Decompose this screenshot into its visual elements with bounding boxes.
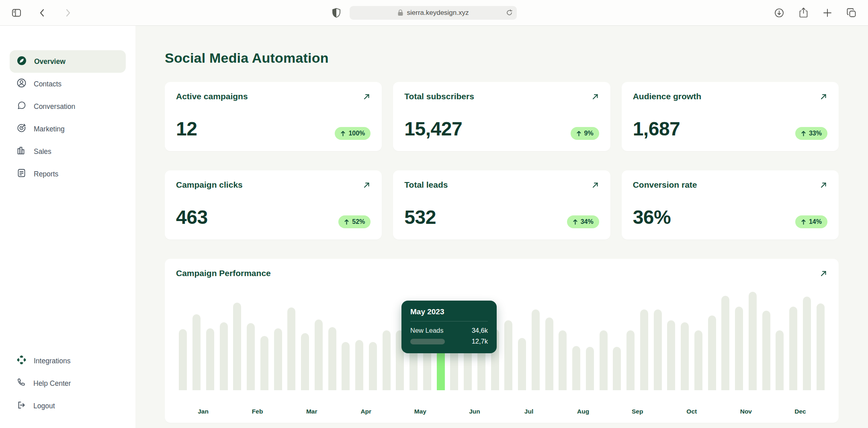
stat-value: 15,427 xyxy=(404,118,462,140)
chart-bar[interactable] xyxy=(220,322,228,390)
month-label: Oct xyxy=(665,408,719,415)
chart-bar[interactable] xyxy=(667,320,675,390)
stat-label: Total leads xyxy=(404,180,448,190)
back-icon[interactable] xyxy=(36,7,48,19)
stat-value: 1,687 xyxy=(633,118,680,140)
chart-bar[interactable] xyxy=(301,333,309,390)
sidebar-item-sales[interactable]: Sales xyxy=(10,140,126,163)
chart-bar[interactable] xyxy=(328,327,336,390)
phone-icon xyxy=(16,378,26,389)
chart-bar[interactable] xyxy=(287,307,295,390)
page-title: Social Media Automation xyxy=(165,50,839,66)
chart-bar[interactable] xyxy=(206,328,214,390)
chart-bar[interactable] xyxy=(192,314,201,390)
chart-bar[interactable] xyxy=(803,297,811,390)
chart-bar[interactable] xyxy=(518,338,526,390)
sidebar-item-overview[interactable]: Overview xyxy=(10,50,126,73)
sidebar-item-marketing[interactable]: Marketing xyxy=(10,118,126,140)
chart-bar[interactable] xyxy=(504,320,512,390)
month-bars xyxy=(502,292,556,390)
chart-bar[interactable] xyxy=(247,323,255,390)
stat-label: Audience growth xyxy=(633,92,701,101)
tab-overview-icon[interactable] xyxy=(845,7,858,19)
chart-bar[interactable] xyxy=(613,347,621,390)
chart-bar[interactable] xyxy=(626,330,635,390)
sidebar-item-label: Logout xyxy=(33,402,55,410)
expand-arrow-icon[interactable] xyxy=(592,181,599,189)
chat-icon xyxy=(16,100,27,113)
chart-bar[interactable] xyxy=(749,292,757,390)
chart-bar[interactable] xyxy=(708,315,716,390)
month-label: May xyxy=(393,408,447,415)
stat-card-active-campaigns: Active campaigns 12 100% xyxy=(165,82,382,151)
chart-bar[interactable] xyxy=(545,317,553,390)
chart-bar[interactable] xyxy=(274,328,282,390)
chart-bar[interactable] xyxy=(369,342,377,390)
stat-card-conversion-rate: Conversion rate 36% 14% xyxy=(622,170,839,240)
chart-bar[interactable] xyxy=(762,311,770,390)
stat-label: Campaign clicks xyxy=(176,180,243,190)
expand-arrow-icon[interactable] xyxy=(592,93,599,100)
downloads-icon[interactable] xyxy=(773,7,785,19)
sidebar-item-integrations[interactable]: Integrations xyxy=(10,350,126,372)
expand-arrow-icon[interactable] xyxy=(820,181,827,189)
sidebar-toggle-icon[interactable] xyxy=(10,7,23,19)
sidebar-item-help-center[interactable]: Help Center xyxy=(10,372,126,395)
chart-bar[interactable] xyxy=(681,322,689,390)
sidebar-item-contacts[interactable]: Contacts xyxy=(10,73,126,95)
month-label: Jun xyxy=(447,408,502,415)
chart-months: JanFebMarAprMayJunJulAugSepOctNovDec xyxy=(176,283,827,415)
sidebar: Overview Contacts Conversation Marketing xyxy=(0,26,135,428)
month-bars xyxy=(556,292,610,390)
chart-bar[interactable] xyxy=(694,330,702,390)
compass-icon xyxy=(16,55,27,68)
expand-arrow-icon[interactable] xyxy=(820,270,827,277)
chart-bar[interactable] xyxy=(355,340,363,390)
chart-bar[interactable] xyxy=(315,319,323,390)
month-label: Aug xyxy=(556,408,610,415)
privacy-shield-icon[interactable] xyxy=(330,7,342,19)
up-arrow-icon xyxy=(340,131,346,137)
tooltip-secondary-value: 12,7k xyxy=(472,338,488,345)
reload-icon[interactable] xyxy=(506,9,513,16)
chart-bar[interactable] xyxy=(640,309,648,390)
chart-bar[interactable] xyxy=(233,303,241,390)
chart-bar[interactable] xyxy=(383,330,391,390)
month-group: Dec xyxy=(773,283,827,415)
sidebar-item-conversation[interactable]: Conversation xyxy=(10,95,126,118)
expand-arrow-icon[interactable] xyxy=(363,181,371,189)
chart-bar[interactable] xyxy=(776,330,784,390)
chart-bar[interactable] xyxy=(600,330,608,390)
stat-card-total-leads: Total leads 532 34% xyxy=(393,170,610,240)
sidebar-item-logout[interactable]: Logout xyxy=(10,395,126,417)
chart-bar[interactable] xyxy=(735,307,743,390)
up-arrow-icon xyxy=(573,219,578,225)
chart-bar[interactable] xyxy=(654,309,662,390)
month-label: Dec xyxy=(773,408,827,415)
sidebar-item-label: Integrations xyxy=(34,357,70,365)
sidebar-item-reports[interactable]: Reports xyxy=(10,163,126,185)
chart-bar[interactable] xyxy=(789,307,797,390)
sidebar-item-label: Sales xyxy=(34,147,51,156)
chart-bar[interactable] xyxy=(586,347,594,390)
chart-bar[interactable] xyxy=(721,296,729,390)
contact-icon xyxy=(16,78,27,90)
month-bars xyxy=(339,292,393,390)
chart-bar[interactable] xyxy=(532,309,540,390)
forward-icon[interactable] xyxy=(62,7,74,19)
address-bar[interactable]: sierra.keydesign.xyz xyxy=(350,6,517,20)
share-icon[interactable] xyxy=(797,7,809,19)
tooltip-title: May 2023 xyxy=(410,307,488,316)
month-label: Feb xyxy=(230,408,285,415)
chart-bar[interactable] xyxy=(559,330,567,390)
expand-arrow-icon[interactable] xyxy=(363,93,371,100)
stat-delta-badge: 34% xyxy=(567,215,599,228)
chart-bar[interactable] xyxy=(179,329,187,390)
stat-card-audience-growth: Audience growth 1,687 33% xyxy=(622,82,839,151)
chart-bar[interactable] xyxy=(572,346,580,390)
chart-bar[interactable] xyxy=(817,303,825,390)
chart-bar[interactable] xyxy=(260,336,268,390)
chart-bar[interactable] xyxy=(342,342,350,390)
new-tab-icon[interactable] xyxy=(821,7,833,19)
expand-arrow-icon[interactable] xyxy=(820,93,827,100)
